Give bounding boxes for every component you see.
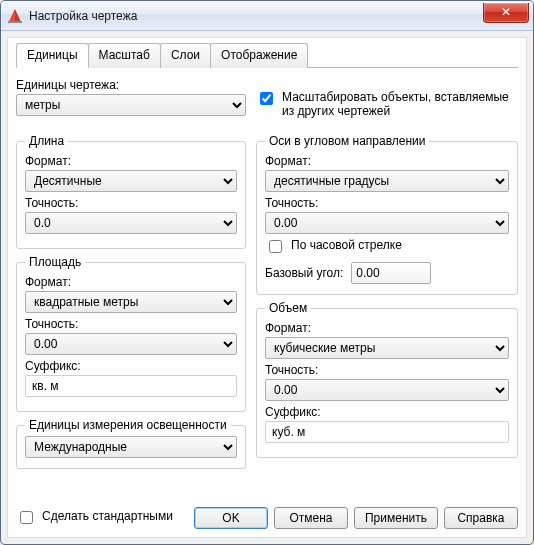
titlebar[interactable]: Настройка чертежа ✕ bbox=[1, 1, 533, 31]
close-icon: ✕ bbox=[501, 5, 511, 19]
app-icon bbox=[7, 8, 23, 24]
lighting-combo[interactable]: Международные bbox=[25, 436, 237, 458]
apply-button[interactable]: Применить bbox=[354, 507, 438, 529]
area-suffix-label: Суффикс: bbox=[25, 359, 237, 373]
scale-inserted-checkbox[interactable] bbox=[260, 92, 273, 105]
tab-scale[interactable]: Масштаб bbox=[88, 43, 161, 68]
area-format-label: Формат: bbox=[25, 275, 237, 289]
angle-format-combo[interactable]: десятичные градусы bbox=[265, 170, 509, 192]
tab-content-units: Единицы чертежа: метры Масштабировать об… bbox=[16, 76, 518, 529]
length-format-label: Формат: bbox=[25, 154, 237, 168]
volume-group: Объем Формат: кубические метры Точность:… bbox=[256, 301, 518, 458]
volume-suffix-label: Суффикс: bbox=[265, 405, 509, 419]
tabstrip: Единицы Масштаб Слои Отображение bbox=[16, 42, 518, 68]
angle-legend: Оси в угловом направлении bbox=[265, 134, 429, 148]
drawing-units-label: Единицы чертежа: bbox=[16, 78, 246, 92]
volume-format-label: Формат: bbox=[265, 321, 509, 335]
area-precision-combo[interactable]: 0.00 bbox=[25, 333, 237, 355]
length-format-combo[interactable]: Десятичные bbox=[25, 170, 237, 192]
tab-layers[interactable]: Слои bbox=[160, 43, 211, 68]
make-default-label: Сделать стандартными bbox=[42, 509, 173, 523]
cancel-button[interactable]: Отмена bbox=[274, 507, 348, 529]
length-group: Длина Формат: Десятичные Точность: 0.0 bbox=[16, 134, 246, 249]
client-area: Единицы Масштаб Слои Отображение Единицы… bbox=[7, 37, 527, 538]
volume-precision-label: Точность: bbox=[265, 363, 509, 377]
lighting-legend: Единицы измерения освещенности bbox=[25, 418, 231, 432]
clockwise-checkbox[interactable] bbox=[269, 240, 282, 253]
dialog-window: Настройка чертежа ✕ Единицы Масштаб Слои… bbox=[0, 0, 534, 545]
tab-units[interactable]: Единицы bbox=[16, 43, 89, 68]
tab-display[interactable]: Отображение bbox=[210, 43, 308, 68]
make-default-checkbox[interactable] bbox=[20, 511, 33, 524]
angle-format-label: Формат: bbox=[265, 154, 509, 168]
clockwise-label: По часовой стрелке bbox=[291, 238, 402, 252]
area-legend: Площадь bbox=[25, 255, 85, 269]
baseangle-input[interactable] bbox=[351, 262, 431, 284]
scale-inserted-label: Масштабировать объекты, вставляемые из д… bbox=[282, 90, 518, 118]
length-precision-combo[interactable]: 0.0 bbox=[25, 212, 237, 234]
close-button[interactable]: ✕ bbox=[483, 3, 529, 23]
volume-legend: Объем bbox=[265, 301, 311, 315]
length-legend: Длина bbox=[25, 134, 68, 148]
angle-precision-combo[interactable]: 0.00 bbox=[265, 212, 509, 234]
baseangle-label: Базовый угол: bbox=[265, 266, 343, 280]
volume-precision-combo[interactable]: 0.00 bbox=[265, 379, 509, 401]
area-format-combo[interactable]: квадратные метры bbox=[25, 291, 237, 313]
area-suffix-value: кв. м bbox=[25, 375, 237, 397]
length-precision-label: Точность: bbox=[25, 196, 237, 210]
angle-precision-label: Точность: bbox=[265, 196, 509, 210]
area-precision-label: Точность: bbox=[25, 317, 237, 331]
volume-suffix-value: куб. м bbox=[265, 421, 509, 443]
volume-format-combo[interactable]: кубические метры bbox=[265, 337, 509, 359]
button-bar: Сделать стандартными OK Отмена Применить… bbox=[16, 498, 518, 529]
svg-rect-0 bbox=[8, 21, 22, 23]
lighting-group: Единицы измерения освещенности Междунаро… bbox=[16, 418, 246, 469]
drawing-units-combo[interactable]: метры bbox=[16, 94, 246, 116]
ok-button[interactable]: OK bbox=[194, 507, 268, 529]
angle-group: Оси в угловом направлении Формат: десяти… bbox=[256, 134, 518, 295]
help-button[interactable]: Справка bbox=[444, 507, 518, 529]
area-group: Площадь Формат: квадратные метры Точност… bbox=[16, 255, 246, 412]
window-title: Настройка чертежа bbox=[29, 9, 483, 23]
